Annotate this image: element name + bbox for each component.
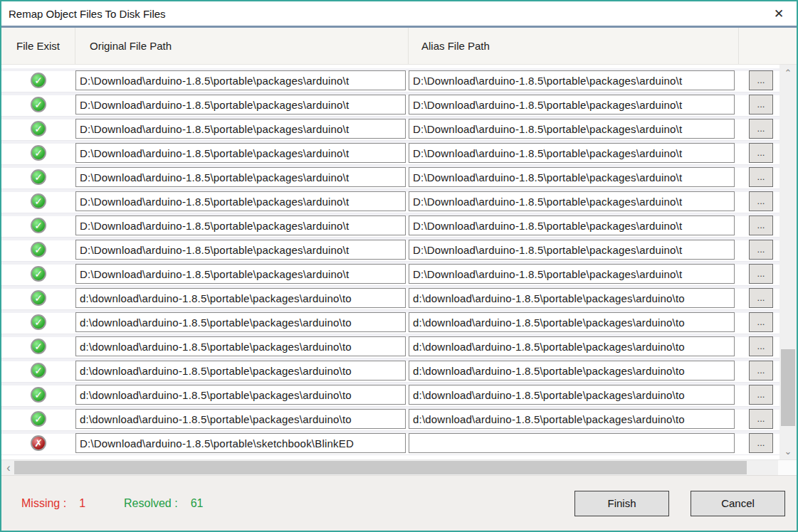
browse-button[interactable]: ... [749,288,773,308]
alias-path-input[interactable] [409,119,735,139]
browse-button[interactable]: ... [749,336,773,356]
file-exists-icon: ✓ [31,218,46,233]
file-missing-icon: ✗ [31,435,46,451]
table-row: ✓ ... [1,117,779,141]
file-exists-icon: ✓ [31,73,46,88]
table-row: ✓ ... [1,68,779,92]
browse-button[interactable]: ... [749,264,773,284]
scrollbar-corner [778,460,797,475]
column-header-alias-path: Alias File Path [409,28,739,64]
browse-button[interactable]: ... [749,95,773,115]
original-path-input[interactable] [75,216,406,235]
file-exists-icon: ✓ [31,339,46,354]
original-path-input[interactable] [75,336,406,356]
file-exist-cell: ✓ [1,97,75,112]
cancel-button[interactable]: Cancel [691,491,785,516]
browse-button[interactable]: ... [749,433,773,453]
browse-button[interactable]: ... [749,216,773,235]
browse-button[interactable]: ... [749,312,773,332]
close-icon[interactable]: ✕ [770,4,788,23]
file-exists-icon: ✓ [31,193,46,209]
alias-path-input[interactable] [409,216,735,235]
alias-path-input[interactable] [409,70,735,90]
horizontal-scrollbar-thumb[interactable] [14,461,747,474]
alias-path-input[interactable] [409,288,735,308]
browse-button[interactable]: ... [749,143,773,163]
file-exist-cell: ✓ [1,242,75,257]
file-exist-cell: ✓ [1,363,75,378]
alias-path-input[interactable] [409,312,735,332]
original-path-input[interactable] [75,433,406,453]
browse-button[interactable]: ... [749,70,773,90]
file-exist-cell: ✓ [1,290,75,306]
original-path-input[interactable] [75,361,406,381]
alias-path-input[interactable] [409,433,735,453]
browse-button[interactable]: ... [749,361,773,381]
file-exists-icon: ✓ [31,290,46,306]
file-exists-icon: ✓ [31,145,46,161]
column-header-file-exist: File Exist [1,28,75,64]
table-row: ✓ ... [1,407,779,431]
alias-path-input[interactable] [409,409,735,429]
original-path-input[interactable] [75,191,406,211]
original-path-input[interactable] [75,119,406,139]
vertical-scrollbar-thumb[interactable] [781,349,795,426]
table-row: ✓ ... [1,238,779,262]
finish-button[interactable]: Finish [574,491,669,516]
alias-path-input[interactable] [409,95,735,115]
vertical-scrollbar[interactable]: ⌃ ⌄ [779,65,797,459]
alias-path-input[interactable] [409,336,735,356]
missing-label: Missing : [21,497,66,510]
scroll-down-icon[interactable]: ⌄ [779,443,797,459]
file-exist-cell: ✓ [1,387,75,403]
resolved-label: Resolved : [124,497,178,510]
missing-count: 1 [79,497,85,510]
alias-path-input[interactable] [409,264,735,284]
original-path-input[interactable] [75,312,406,332]
table-row: ✓ ... [1,334,779,358]
alias-path-input[interactable] [409,361,735,381]
file-exists-icon: ✓ [31,121,46,137]
alias-path-input[interactable] [409,385,735,405]
table-row: ✓ ... [1,189,779,213]
footer-bar: Missing : 1 Resolved : 61 Finish Cancel [1,475,797,531]
horizontal-scrollbar[interactable]: ‹ › [1,459,797,475]
file-exists-icon: ✓ [31,387,46,403]
alias-path-input[interactable] [409,143,735,163]
browse-button[interactable]: ... [749,191,773,211]
file-exist-cell: ✓ [1,145,75,161]
alias-path-input[interactable] [409,191,735,211]
file-exist-cell: ✓ [1,169,75,185]
file-exists-icon: ✓ [31,314,46,330]
table-row: ✓ ... [1,358,779,383]
scroll-up-icon[interactable]: ⌃ [779,65,797,81]
original-path-input[interactable] [75,409,406,429]
table-row: ✓ ... [1,262,779,286]
file-exists-icon: ✓ [31,363,46,378]
browse-button[interactable]: ... [749,385,773,405]
resolved-count: 61 [191,497,204,510]
alias-path-input[interactable] [409,240,735,260]
table-row: ✓ ... [1,92,779,117]
original-path-input[interactable] [75,385,406,405]
file-exist-cell: ✓ [1,73,75,88]
table-row: ✓ ... [1,141,779,165]
original-path-input[interactable] [75,95,406,115]
file-exist-cell: ✓ [1,314,75,330]
browse-button[interactable]: ... [749,119,773,139]
original-path-input[interactable] [75,70,406,90]
browse-button[interactable]: ... [749,240,773,260]
table-row: ✓ ... [1,383,779,407]
original-path-input[interactable] [75,143,406,163]
original-path-input[interactable] [75,240,406,260]
file-exist-cell: ✗ [1,435,75,451]
browse-button[interactable]: ... [749,409,773,429]
table-body: ✓ ... ✓ ... ✓ ... ✓ ... ✓ ... ✓ [1,65,779,459]
browse-button[interactable]: ... [749,167,773,187]
scroll-left-icon[interactable]: ‹ [1,461,16,475]
table-header: File Exist Original File Path Alias File… [1,28,797,65]
original-path-input[interactable] [75,264,406,284]
original-path-input[interactable] [75,167,406,187]
alias-path-input[interactable] [409,167,735,187]
original-path-input[interactable] [75,288,406,308]
